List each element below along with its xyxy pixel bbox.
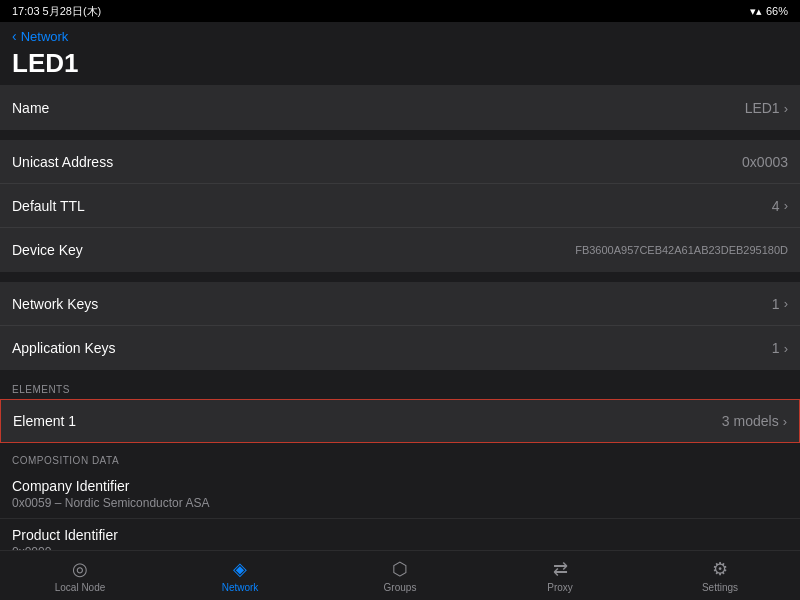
network-icon: ◈ — [233, 558, 247, 580]
elements-header: ELEMENTS — [0, 372, 800, 399]
composition-header: COMPOSITION DATA — [0, 443, 800, 470]
device-key-label: Device Key — [12, 242, 83, 258]
company-identifier-label: Company Identifier — [12, 478, 788, 494]
tab-bar: ◎ Local Node ◈ Network ⬡ Groups ⇄ Proxy … — [0, 550, 800, 600]
tab-network-label: Network — [222, 582, 259, 593]
network-keys-value: 1 › — [772, 296, 788, 312]
network-keys-label: Network Keys — [12, 296, 98, 312]
ttl-label: Default TTL — [12, 198, 85, 214]
groups-icon: ⬡ — [392, 558, 408, 580]
company-identifier-row: Company Identifier 0x0059 – Nordic Semic… — [0, 470, 800, 519]
name-chevron-icon: › — [784, 101, 788, 116]
content-area: Name LED1 › Unicast Address 0x0003 Defau… — [0, 86, 800, 558]
app-keys-label: Application Keys — [12, 340, 116, 356]
separator-1 — [0, 132, 800, 140]
network-keys-chevron-icon: › — [784, 296, 788, 311]
element-1-row[interactable]: Element 1 3 models › — [0, 399, 800, 443]
nav-bar: ‹ Network LED1 — [0, 22, 800, 86]
tab-proxy[interactable]: ⇄ Proxy — [480, 558, 640, 593]
name-group: Name LED1 › — [0, 86, 800, 130]
element-1-chevron-icon: › — [783, 414, 787, 429]
keys-group: Network Keys 1 › Application Keys 1 › — [0, 282, 800, 370]
back-label: Network — [21, 29, 69, 44]
ttl-chevron-icon: › — [784, 198, 788, 213]
status-time: 17:03 5月28日(木) — [12, 4, 101, 19]
proxy-icon: ⇄ — [553, 558, 568, 580]
tab-local-node-label: Local Node — [55, 582, 106, 593]
tab-settings-label: Settings — [702, 582, 738, 593]
composition-section: COMPOSITION DATA Company Identifier 0x00… — [0, 443, 800, 558]
wifi-icon: ▾▴ — [750, 5, 762, 18]
back-chevron-icon: ‹ — [12, 28, 17, 44]
unicast-label: Unicast Address — [12, 154, 113, 170]
separator-2 — [0, 274, 800, 282]
name-value: LED1 › — [745, 100, 788, 116]
page-title: LED1 — [12, 46, 788, 81]
elements-section: ELEMENTS Element 1 3 models › — [0, 372, 800, 443]
device-key-value: FB3600A957CEB42A61AB23DEB295180D — [575, 244, 788, 256]
device-info-group: Unicast Address 0x0003 Default TTL 4 › D… — [0, 140, 800, 272]
tab-local-node[interactable]: ◎ Local Node — [0, 558, 160, 593]
device-key-row[interactable]: Device Key FB3600A957CEB42A61AB23DEB2951… — [0, 228, 800, 272]
tab-groups-label: Groups — [384, 582, 417, 593]
application-keys-row[interactable]: Application Keys 1 › — [0, 326, 800, 370]
app-keys-value: 1 › — [772, 340, 788, 356]
element-1-label: Element 1 — [13, 413, 76, 429]
network-keys-row[interactable]: Network Keys 1 › — [0, 282, 800, 326]
ttl-value: 4 › — [772, 198, 788, 214]
tab-proxy-label: Proxy — [547, 582, 573, 593]
element-1-value: 3 models › — [722, 413, 787, 429]
back-button[interactable]: ‹ Network — [12, 28, 788, 44]
unicast-value: 0x0003 — [742, 154, 788, 170]
name-row[interactable]: Name LED1 › — [0, 86, 800, 130]
tab-groups[interactable]: ⬡ Groups — [320, 558, 480, 593]
unicast-address-row[interactable]: Unicast Address 0x0003 — [0, 140, 800, 184]
product-identifier-label: Product Identifier — [12, 527, 788, 543]
default-ttl-row[interactable]: Default TTL 4 › — [0, 184, 800, 228]
tab-settings[interactable]: ⚙ Settings — [640, 558, 800, 593]
status-icons: ▾▴ 66% — [750, 5, 788, 18]
status-bar: 17:03 5月28日(木) ▾▴ 66% — [0, 0, 800, 22]
tab-network[interactable]: ◈ Network — [160, 558, 320, 593]
app-keys-chevron-icon: › — [784, 341, 788, 356]
settings-icon: ⚙ — [712, 558, 728, 580]
local-node-icon: ◎ — [72, 558, 88, 580]
company-identifier-value: 0x0059 – Nordic Semiconductor ASA — [12, 496, 788, 510]
battery-icon: 66% — [766, 5, 788, 17]
name-label: Name — [12, 100, 49, 116]
